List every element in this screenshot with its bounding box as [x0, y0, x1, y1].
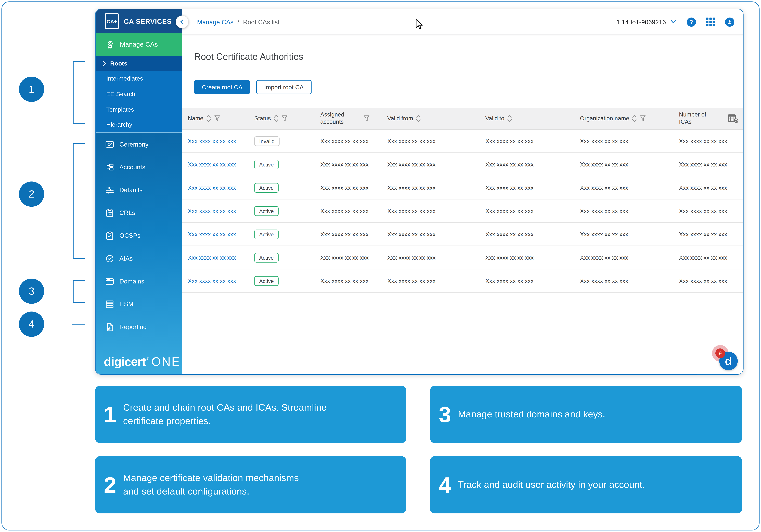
table-cell: Xxx xxxx xx xx xxx	[387, 184, 486, 191]
breadcrumb-manage-cas[interactable]: Manage CAs	[197, 18, 234, 26]
server-icon	[105, 299, 114, 309]
table-cell: Xxx xxxx xx xx xxx	[320, 138, 387, 145]
column-header-organization-name[interactable]: Organization name	[580, 114, 679, 123]
sort-icon[interactable]	[206, 114, 211, 123]
sidebar-item-aias[interactable]: AIAs	[95, 247, 182, 270]
sidebar-item-label: OCSPs	[119, 232, 141, 239]
action-buttons: Create root CA Import root CA	[194, 80, 743, 94]
sidebar-subitem-ee-search[interactable]: EE Search	[95, 87, 182, 102]
sidebar-item-label: AIAs	[119, 255, 133, 262]
sidebar: CA+ CA SERVICES Manage CAs Roots Interme…	[95, 9, 182, 374]
ca-name-link[interactable]: Xxx xxxx xx xx xxx	[188, 254, 236, 261]
sidebar-item-defaults[interactable]: Defaults	[95, 179, 182, 202]
status-badge: Active	[254, 159, 279, 169]
column-header-status[interactable]: Status	[254, 114, 320, 123]
callouts: 1 Create and chain root CAs and ICAs. St…	[95, 386, 742, 513]
ca-name-link[interactable]: Xxx xxxx xx xx xxx	[188, 277, 236, 284]
product-name: CA SERVICES	[124, 17, 172, 25]
sort-icon[interactable]	[507, 114, 512, 123]
column-header-assigned-accounts[interactable]: Assigned accounts	[320, 111, 387, 126]
callout-number: 1	[104, 403, 116, 426]
filter-icon[interactable]	[640, 115, 646, 122]
callout-3: 3 Manage trusted domains and keys.	[430, 386, 742, 443]
status-cell: Active	[254, 159, 320, 169]
ca-name-link[interactable]: Xxx xxxx xx xx xxx	[188, 138, 236, 145]
filter-icon[interactable]	[281, 115, 288, 122]
app-grid-button[interactable]	[706, 17, 715, 26]
table-cell: Xxx xxxx xx xx xxx	[320, 254, 387, 261]
sort-icon[interactable]	[416, 114, 421, 123]
help-button[interactable]: ?	[687, 17, 696, 27]
sidebar-item-crls[interactable]: CRLs	[95, 202, 182, 224]
content: Root Certificate Authorities Create root…	[182, 35, 743, 374]
sidebar-item-label: Ceremony	[119, 141, 148, 148]
callout-number: 2	[104, 474, 116, 496]
sidebar-item-ocsps[interactable]: OCSPs	[95, 224, 182, 247]
sidebar-subitem-roots[interactable]: Roots	[95, 56, 182, 71]
status-badge: Active	[254, 183, 279, 192]
account-button[interactable]	[725, 17, 734, 27]
ca-name-link[interactable]: Xxx xxxx xx xx xxx	[188, 231, 236, 238]
status-badge: Active	[254, 229, 279, 239]
table-row: Xxx xxxx xx xx xxxInvalidXxx xxxx xx xx …	[182, 130, 743, 153]
filter-icon[interactable]	[214, 115, 220, 122]
main-area: Manage CAs / Root CAs list 1.14 IoT-9069…	[182, 9, 743, 374]
column-header-name[interactable]: Name	[188, 114, 254, 123]
column-header-number-of-icas[interactable]: Number of ICAs	[679, 111, 728, 126]
sidebar-item-hsm[interactable]: HSM	[95, 293, 182, 315]
sidebar-item-accounts[interactable]: Accounts	[95, 156, 182, 179]
sidebar-collapse-button[interactable]	[176, 16, 189, 28]
ca-name-link[interactable]: Xxx xxxx xx xx xxx	[188, 184, 236, 191]
column-header-valid-to[interactable]: Valid to	[485, 114, 580, 123]
accounts-tree-icon	[105, 162, 114, 172]
chevron-down-icon	[670, 20, 676, 24]
table-cell: Xxx xxxx xx xx xxx	[580, 184, 679, 191]
column-label: Valid to	[485, 115, 504, 122]
safe-icon	[105, 140, 114, 149]
sidebar-item-label: Reporting	[119, 323, 147, 330]
table-cell: Xxx xxxx xx xx xxx	[485, 184, 580, 191]
status-cell: Active	[254, 183, 320, 192]
ca-name-link[interactable]: Xxx xxxx xx xx xxx	[188, 207, 236, 214]
table-cell: Xxx xxxx xx xx xxx	[580, 231, 679, 238]
column-settings-icon[interactable]	[728, 113, 739, 123]
sidebar-item-label: Accounts	[119, 164, 146, 171]
sidebar-item-ceremony[interactable]: Ceremony	[95, 133, 182, 156]
ca-name-link[interactable]: Xxx xxxx xx xx xxx	[188, 161, 236, 168]
sidebar-subitem-intermediates[interactable]: Intermediates	[95, 71, 182, 87]
import-root-ca-button[interactable]: Import root CA	[257, 80, 312, 94]
filter-icon[interactable]	[364, 115, 370, 122]
table-cell: Xxx xxxx xx xx xxx	[580, 138, 679, 145]
column-label: Number of ICAs	[679, 111, 709, 126]
create-root-ca-button[interactable]: Create root CA	[194, 80, 250, 94]
name-cell: Xxx xxxx xx xx xxx	[188, 231, 254, 238]
sidebar-item-manage-cas[interactable]: Manage CAs	[95, 33, 182, 56]
badge-count: 9	[719, 350, 722, 356]
table-cell: Xxx xxxx xx xx xxx	[387, 277, 486, 284]
brand-suffix: ONE	[151, 355, 181, 368]
table-cell: Xxx xxxx xx xx xxx	[320, 161, 387, 168]
topbar-right: 1.14 IoT-9069216 ?	[616, 17, 734, 27]
name-cell: Xxx xxxx xx xx xxx	[188, 277, 254, 284]
sidebar-subitem-templates[interactable]: Templates	[95, 102, 182, 117]
version-dropdown[interactable]: 1.14 IoT-9069216	[616, 18, 676, 26]
callout-4: 4 Track and audit user activity in your …	[430, 456, 742, 513]
sidebar-item-reporting[interactable]: Reporting	[95, 315, 182, 338]
status-cell: Active	[254, 229, 320, 239]
app-window: CA+ CA SERVICES Manage CAs Roots Interme…	[95, 9, 743, 375]
notification-badge: 9	[715, 348, 725, 358]
table-cell: Xxx xxxx xx xx xxx	[320, 207, 387, 214]
name-cell: Xxx xxxx xx xx xxx	[188, 254, 254, 261]
table-header: Name Status Assigned accounts	[182, 108, 743, 130]
column-label: Name	[188, 115, 203, 122]
status-badge: Active	[254, 253, 279, 262]
sidebar-item-domains[interactable]: Domains	[95, 270, 182, 293]
sort-icon[interactable]	[273, 114, 279, 123]
column-header-valid-from[interactable]: Valid from	[387, 114, 486, 123]
sidebar-subitem-hierarchy[interactable]: Hierarchy	[95, 117, 182, 133]
callout-text: Manage trusted domains and keys.	[458, 408, 605, 421]
table-row: Xxx xxxx xx xx xxxActiveXxx xxxx xx xx x…	[182, 223, 743, 246]
sort-icon[interactable]	[632, 114, 637, 123]
table-cell: Xxx xxxx xx xx xxx	[485, 161, 580, 168]
subitem-label: Hierarchy	[106, 121, 132, 128]
